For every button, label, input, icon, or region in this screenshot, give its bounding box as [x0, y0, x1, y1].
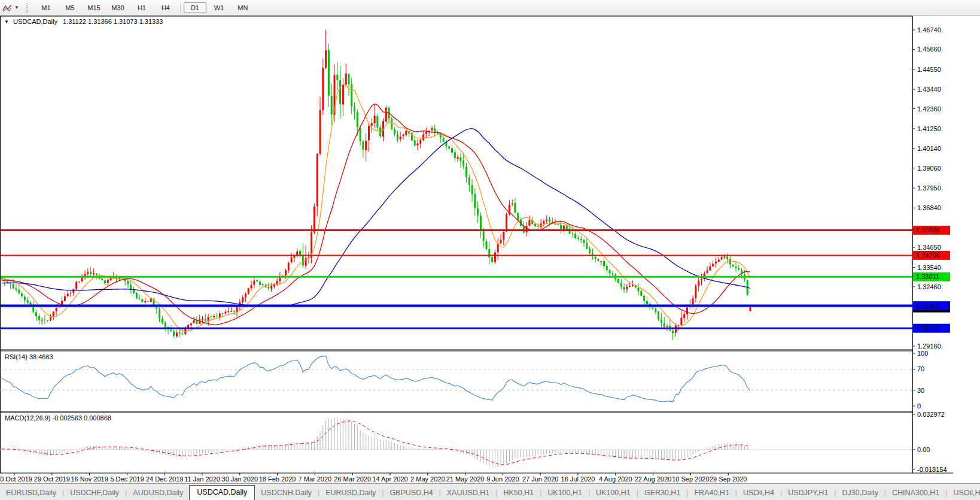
svg-text:1.34206: 1.34206: [916, 251, 940, 259]
svg-text:-0.018154: -0.018154: [917, 466, 947, 473]
svg-text:0.00: 0.00: [917, 446, 930, 453]
svg-text:1.36840: 1.36840: [917, 204, 941, 211]
svg-text:1.41250: 1.41250: [917, 125, 941, 132]
svg-text:7 Mar 2020: 7 Mar 2020: [299, 475, 332, 483]
toolbar-grip[interactable]: [26, 3, 31, 13]
tab-eurusd-daily[interactable]: EURUSD,Daily: [0, 486, 62, 500]
svg-text:100: 100: [917, 350, 928, 357]
tab-usdchf-daily[interactable]: USDCHF,Daily: [64, 486, 125, 500]
svg-text:1.31405: 1.31405: [916, 302, 940, 310]
timeframe-button-d1[interactable]: D1: [184, 2, 206, 13]
svg-text:11 Jan 2020: 11 Jan 2020: [184, 475, 220, 483]
timeframe-button-m30[interactable]: M30: [106, 2, 129, 13]
tab-usdjpy-h1[interactable]: USDJPY,H1: [782, 486, 834, 500]
timeframe-button-mn[interactable]: MN: [232, 2, 254, 13]
svg-text:30 Jan 2020: 30 Jan 2020: [222, 475, 258, 483]
rsi-pane: 10070300: [0, 350, 928, 410]
svg-text:30: 30: [917, 387, 924, 394]
chart-title: ▼ USDCAD,Daily 1.31122 1.31366 1.31073 1…: [4, 18, 163, 25]
svg-text:5 Dec 2019: 5 Dec 2019: [110, 475, 144, 483]
svg-text:70: 70: [917, 365, 924, 372]
svg-text:1.34650: 1.34650: [917, 244, 941, 251]
svg-text:1.39060: 1.39060: [917, 165, 941, 172]
svg-text:27 Jun 2020: 27 Jun 2020: [522, 475, 559, 483]
svg-text:16 Nov 2019: 16 Nov 2019: [71, 475, 108, 483]
timeframe-button-m1[interactable]: M1: [35, 2, 57, 13]
price-axis: 1.467401.456601.445501.434401.423601.412…: [912, 26, 941, 350]
svg-text:16 Jul 2020: 16 Jul 2020: [561, 475, 595, 483]
tab-china300-h1[interactable]: CHINA300,H1: [886, 486, 945, 500]
tab-usoil-h1[interactable]: USOil,H1: [947, 486, 980, 500]
timeframe-button-h1[interactable]: H1: [130, 2, 153, 13]
main-chart-plot[interactable]: [0, 16, 912, 350]
svg-text:1.44550: 1.44550: [917, 66, 941, 73]
timeframe-button-h4[interactable]: H4: [154, 2, 177, 13]
svg-text:1.30152: 1.30152: [916, 325, 940, 332]
timeframe-buttons: M1M5M15M30H1H4D1W1MN: [34, 2, 255, 13]
svg-text:2 May 2020: 2 May 2020: [410, 475, 445, 483]
svg-text:1.29160: 1.29160: [917, 343, 941, 350]
svg-text:1.33011: 1.33011: [916, 273, 939, 280]
macd-signal-line: [2, 421, 750, 465]
svg-text:18 Feb 2020: 18 Feb 2020: [259, 475, 296, 483]
tab-fra40-h1[interactable]: FRA40,H1: [688, 486, 735, 500]
svg-text:29 Oct 2019: 29 Oct 2019: [34, 475, 70, 483]
toolbar-separator: [180, 3, 181, 13]
toolbar: ▼ M1M5M15M30H1H4D1W1MN: [0, 0, 980, 16]
indicator-icon[interactable]: [1, 2, 13, 13]
svg-text:1.43440: 1.43440: [917, 86, 941, 93]
chart-canvas[interactable]: 1.467401.456601.445501.434401.423601.412…: [0, 0, 980, 500]
svg-text:14 Apr 2020: 14 Apr 2020: [372, 475, 407, 483]
svg-text:1.35606: 1.35606: [916, 226, 940, 234]
svg-text:1.33540: 1.33540: [917, 264, 941, 271]
macd-pane: 0.0329720.00-0.018154: [0, 411, 947, 473]
trading-terminal: 1.467401.456601.445501.434401.423601.412…: [0, 0, 980, 500]
svg-text:1.40140: 1.40140: [917, 145, 941, 152]
rsi-indicator-label: RSI(14) 38.4663: [5, 353, 53, 360]
svg-text:26 Mar 2020: 26 Mar 2020: [334, 475, 371, 483]
svg-text:1.37950: 1.37950: [917, 184, 941, 192]
tab-uk100-h1[interactable]: UK100,H1: [590, 486, 637, 500]
tab-eurusd-daily[interactable]: EURUSD,Daily: [319, 486, 382, 500]
tab-usoil-h4[interactable]: USOil,H4: [737, 486, 780, 500]
chart-title-caret-icon[interactable]: ▼: [4, 19, 9, 25]
svg-text:9 Jun 2020: 9 Jun 2020: [486, 475, 519, 483]
symbol-tab-bar: EURUSD,Daily|USDCHF,Daily|AUDUSD,DailyUS…: [0, 483, 980, 500]
tab-uk100-h1[interactable]: UK100,H1: [541, 486, 588, 500]
tab-xauusd-h1[interactable]: XAUUSD,H1: [441, 486, 496, 500]
svg-text:1.32460: 1.32460: [917, 283, 941, 290]
tab-usdcnh-daily[interactable]: USDCNH,Daily: [255, 486, 318, 500]
price-axis-badges: 1.313331.356061.342061.330111.314051.301…: [913, 226, 950, 333]
tab-ger30-h1[interactable]: GER30,H1: [638, 486, 686, 500]
svg-text:0.032972: 0.032972: [917, 411, 945, 418]
svg-text:10 Sep 2020: 10 Sep 2020: [672, 475, 709, 483]
svg-text:21 May 2020: 21 May 2020: [446, 475, 485, 483]
tab-usdcad-daily[interactable]: USDCAD,Daily: [189, 485, 255, 500]
tab-hk50-h1[interactable]: HK50,H1: [497, 486, 540, 500]
svg-text:1.46740: 1.46740: [917, 26, 941, 34]
svg-text:24 Dec 2019: 24 Dec 2019: [146, 475, 183, 483]
svg-text:29 Sep 2020: 29 Sep 2020: [710, 475, 747, 483]
timeframe-button-m15[interactable]: M15: [83, 2, 105, 13]
svg-text:1.42360: 1.42360: [917, 105, 941, 113]
macd-indicator-label: MACD(12,26,9) -0.002563 0.000868: [5, 414, 111, 422]
chart-ohlc-values: 1.31122 1.31366 1.31073 1.31333: [63, 18, 163, 25]
timeframe-button-w1[interactable]: W1: [208, 2, 230, 13]
timeframe-button-m5[interactable]: M5: [59, 2, 81, 13]
rsi-line: [2, 356, 750, 402]
svg-text:0: 0: [917, 402, 921, 410]
macd-histogram: [2, 417, 750, 468]
tab-dj30-daily[interactable]: DJ30,Daily: [836, 486, 884, 500]
svg-text:1.45660: 1.45660: [917, 46, 941, 53]
dropdown-caret-icon[interactable]: ▼: [14, 5, 19, 10]
svg-text:10 Oct 2019: 10 Oct 2019: [0, 475, 32, 483]
date-axis: 10 Oct 201929 Oct 201916 Nov 20195 Dec 2…: [0, 473, 747, 483]
chart-symbol: USDCAD,Daily: [13, 18, 57, 25]
tab-gbpusd-h4[interactable]: GBPUSD,H4: [384, 486, 439, 500]
svg-text:22 Aug 2020: 22 Aug 2020: [635, 475, 672, 483]
tab-audusd-daily[interactable]: AUDUSD,Daily: [127, 486, 189, 500]
svg-text:4 Aug 2020: 4 Aug 2020: [599, 475, 632, 483]
